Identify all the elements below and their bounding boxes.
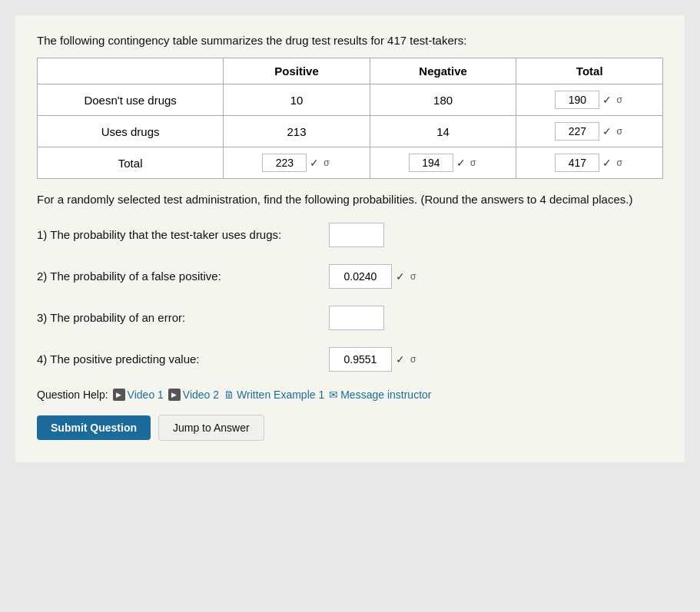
video2-link[interactable]: Video 2	[168, 389, 219, 401]
row3-negative-input[interactable]	[409, 154, 453, 172]
question-4-input[interactable]	[329, 347, 392, 372]
row2-total-input[interactable]	[555, 122, 599, 141]
row1-total-cell: ✓ σ	[516, 84, 663, 116]
video2-label: Video 2	[183, 389, 219, 401]
row3-label: Total	[38, 147, 224, 179]
written-example-icon: 🗎	[224, 389, 234, 401]
row3-negative-cell: ✓ σ	[370, 147, 516, 179]
col-header-total: Total	[516, 58, 663, 84]
question-2-check: ✓	[396, 270, 405, 283]
row1-total-input[interactable]	[555, 91, 599, 109]
row3-negative-check: ✓	[456, 157, 466, 169]
video1-icon	[113, 389, 125, 401]
problem-description: For a randomly selected test administrat…	[37, 191, 663, 209]
buttons-row: Submit Question Jump to Answer	[37, 415, 663, 441]
question-4-check: ✓	[396, 353, 405, 366]
row3-negative-sigma[interactable]: σ	[469, 157, 477, 168]
video2-icon	[168, 389, 181, 401]
col-header-negative: Negative	[370, 58, 516, 84]
table-row-1: Doesn't use drugs 10 180 ✓ σ	[38, 84, 663, 116]
table-row-3: Total ✓ σ ✓ σ	[38, 147, 663, 179]
contingency-table: Positive Negative Total Doesn't use drug…	[37, 58, 663, 179]
message-instructor-label: Message instructor	[340, 389, 431, 401]
question-row-4: 4) The positive predicting value: ✓ σ	[37, 347, 663, 372]
question-4-answer: ✓ σ	[329, 347, 417, 372]
video1-label: Video 1	[128, 389, 164, 401]
question-2-sigma[interactable]: σ	[409, 271, 417, 282]
row1-total-check: ✓	[602, 94, 612, 106]
question-row-2: 2) The probability of a false positive: …	[37, 264, 663, 289]
message-instructor-icon: ✉	[329, 389, 338, 401]
row1-positive: 10	[224, 84, 370, 116]
question-help-label: Question Help:	[37, 389, 108, 401]
written-example-link[interactable]: 🗎 Written Example 1	[224, 389, 324, 401]
question-4-label: 4) The positive predicting value:	[37, 352, 329, 366]
row2-label: Uses drugs	[38, 116, 224, 147]
col-header-positive: Positive	[224, 58, 370, 84]
page-container: The following contingency table summariz…	[15, 15, 685, 462]
jump-to-answer-button[interactable]: Jump to Answer	[158, 415, 264, 441]
row3-positive-input[interactable]	[262, 154, 307, 172]
col-header-empty	[38, 58, 224, 84]
row2-positive: 213	[224, 116, 370, 147]
question-1-answer	[329, 223, 384, 247]
row2-total-check: ✓	[602, 125, 612, 137]
row1-label: Doesn't use drugs	[38, 84, 224, 116]
row2-total-sigma[interactable]: σ	[615, 126, 623, 137]
video1-link[interactable]: Video 1	[113, 389, 164, 401]
row1-negative: 180	[370, 84, 516, 116]
row3-total-cell: ✓ σ	[516, 147, 663, 179]
intro-text: The following contingency table summariz…	[37, 34, 663, 47]
question-4-sigma[interactable]: σ	[409, 354, 417, 365]
question-3-input[interactable]	[329, 306, 384, 330]
question-help-row: Question Help: Video 1 Video 2 🗎 Written…	[37, 389, 663, 401]
question-3-answer	[329, 306, 384, 330]
row3-total-input[interactable]	[555, 154, 599, 172]
question-1-input[interactable]	[329, 223, 384, 247]
row3-positive-check: ✓	[310, 157, 319, 169]
question-2-input[interactable]	[329, 264, 392, 289]
questions-block: 1) The probability that the test-taker u…	[37, 223, 663, 372]
row3-positive-sigma[interactable]: σ	[322, 157, 330, 168]
question-row-3: 3) The probability of an error:	[37, 306, 663, 330]
message-instructor-link[interactable]: ✉ Message instructor	[329, 389, 431, 401]
row3-total-sigma[interactable]: σ	[615, 157, 623, 168]
question-2-label: 2) The probability of a false positive:	[37, 270, 329, 283]
question-3-label: 3) The probability of an error:	[37, 311, 329, 324]
row3-total-check: ✓	[602, 157, 612, 169]
question-row-1: 1) The probability that the test-taker u…	[37, 223, 663, 247]
question-1-label: 1) The probability that the test-taker u…	[37, 228, 329, 241]
row3-positive-cell: ✓ σ	[224, 147, 370, 179]
submit-question-button[interactable]: Submit Question	[37, 415, 151, 440]
question-2-answer: ✓ σ	[329, 264, 417, 289]
written-example-label: Written Example 1	[237, 389, 324, 401]
row2-negative: 14	[370, 116, 516, 147]
table-row-2: Uses drugs 213 14 ✓ σ	[38, 116, 663, 147]
row1-total-sigma[interactable]: σ	[615, 94, 623, 105]
row2-total-cell: ✓ σ	[516, 116, 663, 147]
